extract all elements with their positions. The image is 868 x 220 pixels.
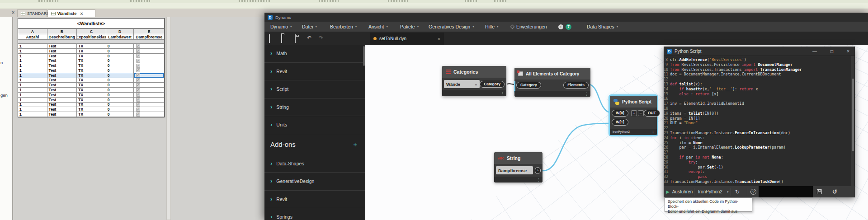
- code-line[interactable]: 13def tolist(x):: [664, 82, 851, 87]
- schedule-cell[interactable]: 0: [106, 98, 134, 103]
- schedule-cell[interactable]: TX: [77, 68, 106, 73]
- checkbox[interactable]: ✓: [136, 64, 140, 68]
- schedule-checkbox-cell[interactable]: ✓: [134, 78, 164, 83]
- schedule-cell[interactable]: Test: [47, 93, 77, 98]
- schedule-checkbox-cell[interactable]: ✓: [134, 58, 164, 63]
- schedule-checkbox-cell[interactable]: ✓: [134, 103, 164, 108]
- library-section-script[interactable]: ›Script: [264, 80, 365, 98]
- schedule-checkbox-cell[interactable]: ✓: [134, 112, 164, 117]
- schedule-checkbox-cell[interactable]: ✓: [134, 49, 164, 54]
- schedule-checkbox-cell[interactable]: ✓: [134, 93, 164, 98]
- code-area[interactable]: 8clr.AddReference('RevitServices')9from …: [664, 56, 851, 186]
- library-scrollbar[interactable]: [363, 46, 365, 66]
- schedule-cell[interactable]: 0: [106, 63, 134, 68]
- schedule-checkbox-cell[interactable]: ✓: [134, 73, 164, 78]
- schedule-cell[interactable]: Test: [47, 112, 77, 117]
- node-python-script[interactable]: Python Script IN[0] IN[1] + − OUT IronPy…: [610, 96, 657, 135]
- table-row[interactable]: 1TestTX0✓: [18, 98, 164, 103]
- schedule-checkbox-cell[interactable]: ✓: [134, 68, 164, 73]
- schedule-cell[interactable]: 1: [18, 88, 47, 93]
- undo-icon[interactable]: ↶: [307, 35, 311, 41]
- schedule-cell[interactable]: Test: [47, 54, 77, 59]
- node-menu-icon[interactable]: ⋮: [651, 130, 655, 135]
- checkbox[interactable]: ✓: [136, 98, 140, 102]
- code-line[interactable]: 27: [664, 150, 851, 155]
- code-line[interactable]: 16: [664, 96, 851, 101]
- node-header[interactable]: All Elements of Category: [514, 68, 590, 80]
- table-row[interactable]: 1TestTX0✓: [18, 49, 164, 54]
- library-section-generativedesign[interactable]: ›GenerativeDesign: [264, 173, 365, 191]
- code-line[interactable]: 22: [664, 126, 851, 131]
- input-port-in1[interactable]: IN[1]: [612, 119, 628, 126]
- schedule-checkbox-cell[interactable]: ✓: [134, 98, 164, 103]
- column-header[interactable]: Beschreibung: [47, 34, 77, 40]
- schedule-cell[interactable]: 1: [18, 83, 47, 88]
- workspace-tab[interactable]: setToNull.dyn ×: [370, 33, 444, 45]
- code-line[interactable]: 20param = IN[1]: [664, 116, 851, 121]
- revert-code-icon[interactable]: ↺: [832, 186, 837, 197]
- schedule-cell[interactable]: TX: [77, 58, 106, 63]
- help-icon[interactable]: ?: [750, 186, 756, 197]
- schedule-cell[interactable]: TX: [77, 107, 106, 112]
- schedule-checkbox-cell[interactable]: ✓: [134, 88, 164, 93]
- schedule-cell[interactable]: TX: [77, 98, 106, 103]
- schedule-scrollbar[interactable]: [166, 17, 171, 220]
- column-letter[interactable]: C: [77, 29, 106, 34]
- schedule-cell[interactable]: TX: [77, 44, 106, 49]
- code-line[interactable]: 26 par = i.InternalElement.LookupParamet…: [664, 145, 851, 150]
- schedule-cell[interactable]: 1: [18, 107, 47, 112]
- minimize-icon[interactable]: —: [812, 49, 817, 54]
- checkbox[interactable]: ✓: [136, 78, 140, 82]
- checkbox[interactable]: ✓: [136, 59, 140, 63]
- checkbox[interactable]: ✓: [136, 54, 140, 58]
- editor-scrollbar[interactable]: [851, 56, 854, 186]
- schedule-cell[interactable]: 0: [106, 68, 134, 73]
- output-port-category[interactable]: Category: [480, 81, 505, 88]
- node-categories[interactable]: Categories Wände ⌄ Category ⋮: [442, 66, 506, 96]
- menu-dynamo[interactable]: Dynamo▾: [270, 22, 292, 32]
- menu-datei[interactable]: Datei▾: [302, 22, 317, 32]
- schedule-cell[interactable]: TX: [77, 73, 106, 78]
- code-line[interactable]: 10from RevitServices.Transactions import…: [664, 67, 851, 72]
- table-row[interactable]: 1TestTX0✓: [18, 78, 164, 83]
- code-line[interactable]: 8clr.AddReference('RevitServices'): [664, 57, 851, 62]
- schedule-cell[interactable]: TX: [77, 88, 106, 93]
- output-port[interactable]: ›: [535, 167, 541, 174]
- code-line[interactable]: 23TransactionManager.Instance.EnsureInTr…: [664, 131, 851, 136]
- code-line[interactable]: 9from RevitServices.Persistence import D…: [664, 62, 851, 67]
- table-row[interactable]: 1TestTX0✓: [18, 54, 164, 59]
- library-section-revit[interactable]: ›Revit: [264, 191, 365, 209]
- schedule-cell[interactable]: TX: [77, 112, 106, 117]
- editor-titlebar[interactable]: D Python Script — □ ×: [664, 47, 855, 56]
- checkbox[interactable]: ✓: [136, 112, 140, 117]
- schedule-cell[interactable]: 1: [18, 44, 47, 49]
- table-row[interactable]: 1TestTX0✓: [18, 93, 164, 98]
- schedule-cell[interactable]: Test: [47, 98, 77, 103]
- string-input[interactable]: Dampfbremse: [496, 166, 533, 174]
- schedule-checkbox-cell[interactable]: ✓: [134, 107, 164, 112]
- schedule-cell[interactable]: 0: [106, 78, 134, 83]
- schedule-cell[interactable]: 1: [18, 49, 47, 54]
- code-line[interactable]: 12: [664, 77, 851, 82]
- schedule-cell[interactable]: 1: [18, 78, 47, 83]
- schedule-cell[interactable]: Test: [47, 78, 77, 83]
- column-header[interactable]: Lambdawert: [106, 34, 134, 40]
- code-line[interactable]: 32 pass: [664, 174, 851, 179]
- column-letter[interactable]: D: [106, 29, 134, 34]
- schedule-cell[interactable]: TX: [77, 54, 106, 59]
- schedule-cell[interactable]: TX: [77, 83, 106, 88]
- schedule-cell[interactable]: 1: [18, 68, 47, 73]
- table-row[interactable]: 1TestTX0✓: [18, 58, 164, 63]
- code-line[interactable]: 19items = tolist(IN[0]): [664, 111, 851, 116]
- schedule-cell[interactable]: TX: [77, 49, 106, 54]
- node-menu-icon[interactable]: ⋮: [537, 178, 541, 182]
- checkbox[interactable]: ✓: [136, 73, 140, 77]
- code-line[interactable]: 14 if hasattr(x,'__iter__'): return x: [664, 87, 851, 92]
- schedule-cell[interactable]: 0: [106, 73, 134, 78]
- add-package-icon[interactable]: +: [353, 140, 357, 148]
- table-row[interactable]: 1TestTX0✓: [18, 68, 164, 73]
- node-header[interactable]: ABC String: [494, 152, 542, 164]
- menu-pakete[interactable]: Pakete▾: [400, 22, 419, 32]
- close-tab-icon[interactable]: ×: [438, 36, 440, 42]
- node-menu-icon[interactable]: ⋮: [500, 91, 505, 96]
